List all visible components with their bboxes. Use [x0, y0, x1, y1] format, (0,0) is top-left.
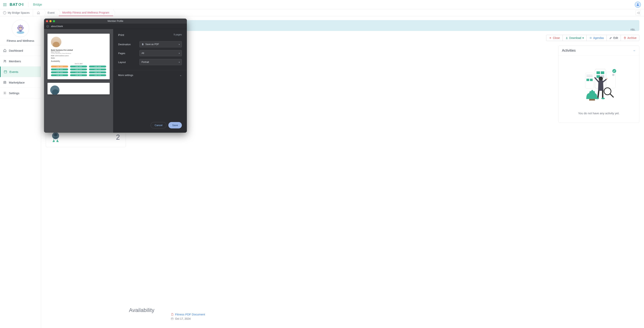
count-number: 2 — [116, 133, 120, 141]
sidebar-item-dashboard[interactable]: Dashboard — [0, 45, 41, 56]
breadcrumb-home[interactable] — [33, 9, 44, 16]
file-row: Fitness PDF Document Oct 17, 2024 — [171, 313, 205, 320]
time-slot: 14:00 - 15:00 — [51, 74, 68, 76]
time-slot: 14:00 - 15:00 — [89, 66, 106, 68]
home-icon — [37, 11, 40, 14]
breadcrumb-back[interactable]: My Bridge Spaces — [0, 9, 33, 16]
sidebar-item-label: Members — [9, 60, 21, 63]
sidebar-item-label: Dashboard — [9, 49, 23, 52]
archive-button[interactable]: Archive — [621, 35, 639, 41]
time-slot: 11:00 - 12:00 — [51, 71, 68, 73]
logo[interactable]: BAT⟳I — [10, 2, 24, 7]
availability-date: Oct 15, 2024 — [51, 63, 106, 64]
edit-button[interactable]: Edit — [607, 35, 621, 41]
destination-select[interactable]: Save as PDF — [140, 41, 182, 47]
svg-point-22 — [599, 77, 603, 81]
arrow-right-icon[interactable]: → — [632, 49, 636, 52]
menu-icon[interactable] — [3, 3, 6, 6]
svg-point-3 — [20, 28, 20, 29]
sidebar-item-settings[interactable]: Settings — [0, 88, 41, 98]
calendar-icon — [4, 70, 7, 74]
company-name: Batoi Systems Pvt Limited — [51, 49, 106, 51]
close-button[interactable]: Close — [546, 35, 563, 41]
svg-point-30 — [53, 141, 54, 142]
print-settings: Print 9 pages Destination Save as PDF Pa… — [113, 29, 187, 133]
window-maximize-icon[interactable] — [53, 20, 55, 22]
time-slot: 16:00 - 17:00 — [89, 74, 106, 76]
sidebar-item-members[interactable]: Members — [0, 56, 41, 67]
svg-point-0 — [637, 4, 638, 5]
availability-label: Availability — [51, 60, 106, 62]
chevron-down-icon: ▾ — [582, 36, 584, 40]
tagline: Connect Seamlessly, Share Effortlessly — [51, 53, 106, 54]
banner-text-fragment: nts. — [630, 28, 636, 31]
svg-point-23 — [606, 78, 608, 79]
layout-label: Layout — [118, 61, 140, 64]
layout-select[interactable]: Portrait — [140, 59, 182, 65]
user-avatar[interactable] — [635, 2, 641, 8]
page-count: 9 pages — [174, 33, 182, 37]
time-slot: 13:00 - 14:00 — [70, 66, 87, 68]
breadcrumb-toggle[interactable]: ◁ — [636, 10, 641, 16]
agendas-button[interactable]: Agendas — [587, 35, 607, 41]
sidebar-item-label: Events — [10, 70, 18, 74]
svg-rect-7 — [4, 71, 7, 73]
svg-rect-11 — [601, 71, 604, 74]
space-avatar[interactable] — [12, 20, 29, 37]
profile-photo — [51, 37, 62, 47]
svg-point-31 — [57, 141, 58, 142]
save-button[interactable]: Save — [168, 122, 182, 128]
empty-text: You do not have any activity yet. — [578, 112, 620, 115]
cancel-button[interactable]: Cancel — [150, 122, 166, 128]
info-icon[interactable] — [46, 25, 49, 28]
window-close-icon[interactable] — [46, 20, 48, 22]
breadcrumb-current[interactable]: Monthly Fitness and Wellness Program — [58, 9, 113, 16]
window-minimize-icon[interactable] — [50, 20, 52, 22]
svg-point-25 — [601, 98, 605, 99]
time-slot: 15:00 - 16:00 — [70, 74, 87, 76]
print-preview[interactable]: Batoi Systems Pvt Limited Batoi Test Use… — [44, 29, 113, 133]
time-slots: 12:00 - 13:00 13:00 - 14:00 14:00 - 15:0… — [51, 66, 106, 76]
sidebar-item-events[interactable]: Events — [0, 67, 41, 77]
space-title: Fitness and Wellness — [7, 39, 34, 42]
window-title: Member Profile — [108, 20, 123, 23]
divider — [28, 2, 28, 7]
topbar: BAT⟳I Bridge — [0, 0, 644, 9]
time-slot: 16:00 - 17:00 — [70, 68, 87, 70]
svg-point-20 — [612, 74, 614, 76]
svg-rect-15 — [586, 75, 593, 75]
preview-page-1: Batoi Systems Pvt Limited Batoi Test Use… — [48, 34, 110, 79]
breadcrumb-event[interactable]: Event — [44, 9, 58, 16]
product-name[interactable]: Bridge — [33, 3, 42, 6]
time-slot: 13:00 - 14:00 — [89, 71, 106, 73]
file-link[interactable]: Fitness PDF Document — [171, 313, 205, 316]
user-name: Batoi Test User — [51, 51, 106, 53]
breadcrumb: My Bridge Spaces Event Monthly Fitness a… — [0, 9, 644, 16]
time-slot: 10:00 - 11:00 — [89, 68, 106, 70]
time-slot: 12:00 - 13:00 — [70, 71, 87, 73]
home-icon — [3, 49, 6, 52]
print-dialog: Member Profile about:blank Batoi Systems… — [44, 19, 187, 133]
svg-rect-27 — [589, 99, 595, 101]
marketplace-icon — [3, 81, 6, 84]
pages-select[interactable]: All — [140, 50, 182, 56]
file-icon — [142, 43, 144, 46]
svg-rect-18 — [590, 79, 593, 81]
profile-photo — [50, 85, 60, 95]
pdf-icon — [171, 313, 174, 316]
destination-label: Destination — [118, 43, 140, 46]
edit-icon — [610, 37, 612, 39]
close-icon — [549, 37, 552, 39]
activities-title: Activities — [562, 49, 576, 53]
sidebar-item-marketplace[interactable]: Marketplace — [0, 77, 41, 88]
trash-icon — [624, 37, 626, 39]
svg-point-4 — [21, 28, 21, 29]
more-settings-toggle[interactable]: More settings — [118, 73, 182, 77]
gear-icon — [3, 91, 6, 95]
download-button[interactable]: Download ▾ — [563, 35, 587, 41]
svg-point-5 — [4, 60, 5, 61]
pages-label: Pages — [118, 52, 140, 55]
window-titlebar[interactable]: Member Profile — [44, 19, 187, 24]
back-arrow-icon — [3, 11, 6, 14]
list-icon — [589, 37, 592, 39]
